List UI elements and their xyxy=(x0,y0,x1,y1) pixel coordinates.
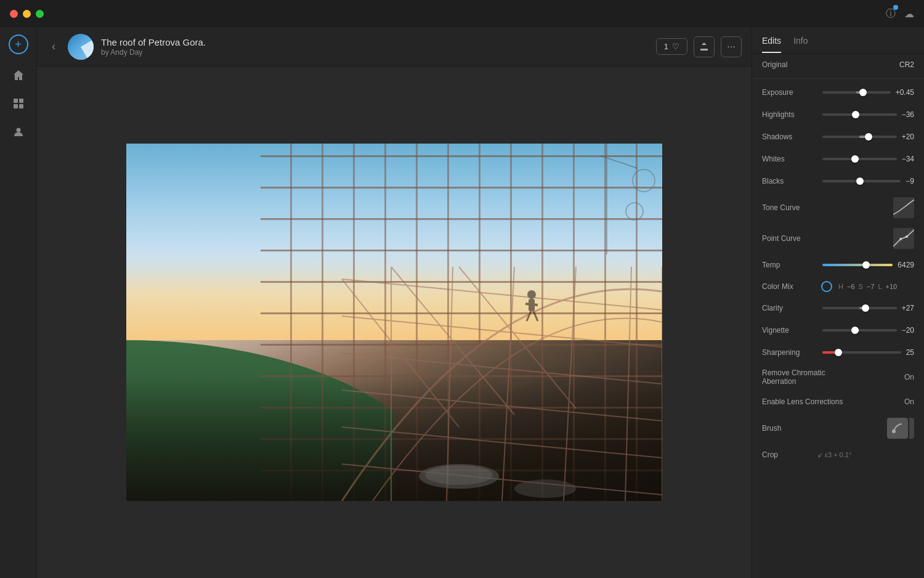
shadows-slider[interactable] xyxy=(822,136,897,138)
more-button[interactable]: ··· xyxy=(721,36,742,57)
blacks-value: −9 xyxy=(906,177,914,185)
close-button[interactable] xyxy=(10,10,18,18)
edit-row-shadows: Shadows +20 xyxy=(752,126,924,148)
sidebar-item-add[interactable]: + xyxy=(9,35,28,54)
svg-line-13 xyxy=(502,267,514,501)
panel-tabs: Edits Info xyxy=(752,27,924,54)
svg-rect-1 xyxy=(19,99,23,103)
point-curve-label: Point Curve xyxy=(762,234,817,243)
brush-preview[interactable] xyxy=(887,418,908,439)
shadows-value: +20 xyxy=(902,132,914,141)
tab-edits[interactable]: Edits xyxy=(762,36,781,53)
edit-row-original: Original CR2 xyxy=(752,54,924,76)
original-value: CR2 xyxy=(899,60,914,69)
crop-value: ↙ ε3 + 0.1° xyxy=(817,451,851,459)
svg-point-36 xyxy=(899,238,902,240)
color-mix-s-value: −7 xyxy=(867,283,875,290)
chromatic-value: On xyxy=(904,373,914,381)
svg-point-30 xyxy=(425,465,493,485)
tab-info[interactable]: Info xyxy=(793,36,808,53)
sidebar-item-library[interactable] xyxy=(6,91,31,116)
tone-curve-label: Tone Curve xyxy=(762,203,817,212)
point-curve-preview[interactable] xyxy=(893,228,914,249)
heart-icon: ♡ xyxy=(672,42,679,51)
sidebar-item-home[interactable] xyxy=(6,63,31,88)
edit-row-crop: Crop ↙ ε3 + 0.1° xyxy=(752,444,924,466)
help-icon[interactable]: ⓘ xyxy=(886,7,896,20)
edit-row-brush: Brush xyxy=(752,413,924,444)
color-mix-l-label: L xyxy=(878,283,881,290)
content-area: ‹ The roof of Petrova Gora. by Andy Day … xyxy=(37,27,752,578)
svg-rect-2 xyxy=(14,104,18,108)
photo-title: The roof of Petrova Gora. xyxy=(101,37,649,47)
titlebar: ⓘ ☁ xyxy=(0,0,924,27)
edit-row-clarity: Clarity +27 xyxy=(752,297,924,319)
exposure-value: +0.45 xyxy=(896,88,914,97)
panel-content: Original CR2 Exposure +0.45 Highlights xyxy=(752,54,924,578)
edit-row-exposure: Exposure +0.45 xyxy=(752,81,924,104)
photo-actions: 1 ♡ ··· xyxy=(656,36,742,57)
tone-curve-preview[interactable] xyxy=(893,197,914,218)
whites-value: −34 xyxy=(902,155,914,163)
temp-label: Temp xyxy=(762,261,817,269)
highlights-label: Highlights xyxy=(762,110,817,119)
svg-line-17 xyxy=(342,279,459,427)
minimize-button[interactable] xyxy=(23,10,31,18)
photo-header: ‹ The roof of Petrova Gora. by Andy Day … xyxy=(37,27,752,67)
svg-point-31 xyxy=(514,479,576,498)
temp-slider[interactable] xyxy=(822,264,893,266)
svg-line-24 xyxy=(533,311,538,321)
like-button[interactable]: 1 ♡ xyxy=(656,38,687,55)
sharpening-value: 25 xyxy=(906,348,914,357)
blacks-slider[interactable] xyxy=(822,180,901,182)
edit-row-vignette: Vignette −20 xyxy=(752,319,924,341)
brush-label: Brush xyxy=(762,424,817,433)
photo-canvas xyxy=(37,67,752,578)
maximize-button[interactable] xyxy=(36,10,44,18)
sharpening-slider[interactable] xyxy=(822,351,901,354)
crop-label: Crop xyxy=(762,450,817,459)
share-button[interactable] xyxy=(694,36,715,57)
svg-line-23 xyxy=(527,311,531,321)
blacks-label: Blacks xyxy=(762,177,817,185)
back-button[interactable]: ‹ xyxy=(47,38,60,55)
photo-author: by Andy Day xyxy=(101,48,649,57)
photo-image xyxy=(126,144,662,501)
main-layout: + ‹ The roof of Petrova Gora. by Andy Da… xyxy=(0,27,924,578)
exposure-label: Exposure xyxy=(762,88,817,97)
svg-line-9 xyxy=(342,427,662,458)
whites-label: Whites xyxy=(762,155,817,163)
highlights-slider[interactable] xyxy=(822,113,897,116)
scaffolding-overlay xyxy=(126,144,662,501)
edit-row-whites: Whites −34 xyxy=(752,148,924,170)
edit-row-lens: Enable Lens Corrections On xyxy=(752,391,924,413)
svg-line-7 xyxy=(342,353,662,384)
color-mix-label: Color Mix xyxy=(762,282,817,291)
svg-point-38 xyxy=(892,429,896,433)
like-count: 1 xyxy=(664,42,668,51)
svg-point-4 xyxy=(16,128,20,132)
color-mix-values: H −6 S −7 L +10 xyxy=(838,283,897,290)
color-mix-h-value: −6 xyxy=(847,283,855,290)
shadows-label: Shadows xyxy=(762,132,817,141)
photo-thumbnail xyxy=(68,34,94,60)
photo-container xyxy=(126,144,662,501)
svg-point-27 xyxy=(633,169,655,192)
exposure-slider[interactable] xyxy=(822,91,891,94)
edit-row-color-mix: Color Mix H −6 S −7 L +10 xyxy=(752,276,924,297)
vignette-slider[interactable] xyxy=(822,329,897,332)
clarity-slider[interactable] xyxy=(822,307,897,309)
notification-badge xyxy=(893,5,898,10)
edit-row-temp: Temp 6429 xyxy=(752,254,924,276)
color-mix-s-label: S xyxy=(859,283,863,290)
color-mix-dot[interactable] xyxy=(821,281,832,292)
original-label: Original xyxy=(762,60,817,69)
sidebar-item-people[interactable] xyxy=(6,120,31,144)
whites-slider[interactable] xyxy=(822,158,897,160)
edit-row-point-curve: Point Curve xyxy=(752,223,924,254)
svg-line-22 xyxy=(525,304,538,305)
photo-info: The roof of Petrova Gora. by Andy Day xyxy=(101,37,649,57)
cloud-icon[interactable]: ☁ xyxy=(904,8,914,20)
clarity-label: Clarity xyxy=(762,304,817,312)
titlebar-actions: ⓘ ☁ xyxy=(886,7,914,20)
